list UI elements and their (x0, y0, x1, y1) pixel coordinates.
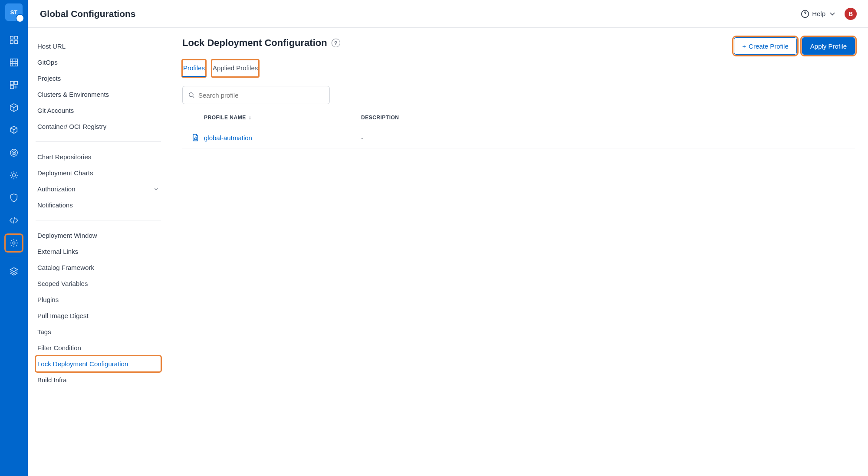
sidebar-item-container-oci-registry[interactable]: Container/ OCI Registry (36, 118, 161, 135)
help-menu[interactable]: Help (801, 10, 837, 18)
sidebar-item-notifications[interactable]: Notifications (36, 197, 161, 213)
sidebar-item-catalog-framework[interactable]: Catalog Framework (36, 259, 161, 276)
svg-rect-5 (10, 82, 13, 85)
sidebar-divider (36, 220, 161, 220)
nav-divider (8, 257, 20, 257)
sidebar-item-tags[interactable]: Tags (36, 324, 161, 340)
sidebar-item-deployment-window[interactable]: Deployment Window (36, 227, 161, 243)
sidebar-item-label: Clusters & Environments (37, 91, 109, 98)
profile-desc: - (361, 134, 855, 141)
sidebar-item-label: Notifications (37, 201, 73, 209)
sidebar-item-label: Container/ OCI Registry (37, 123, 106, 130)
svg-point-9 (12, 151, 16, 154)
nav-settings-icon[interactable] (5, 234, 23, 252)
config-sidebar: Host URLGitOpsProjectsClusters & Environ… (28, 28, 169, 476)
search-profile-input[interactable] (198, 92, 324, 99)
sidebar-item-pull-image-digest[interactable]: Pull Image Digest (36, 308, 161, 324)
sidebar-item-label: Filter Condition (37, 344, 81, 351)
apply-profile-label: Apply Profile (810, 43, 847, 50)
sidebar-item-label: External Links (37, 248, 78, 255)
column-name-label: PROFILE NAME (204, 115, 246, 121)
sidebar-item-label: Git Accounts (37, 107, 74, 114)
nav-dashboard-icon[interactable] (5, 31, 23, 49)
nav-package-icon[interactable] (5, 99, 23, 116)
nav-shield-icon[interactable] (5, 189, 23, 207)
sidebar-item-authorization[interactable]: Authorization (36, 181, 161, 197)
nav-apps-icon[interactable] (5, 76, 23, 94)
svg-rect-1 (15, 36, 17, 39)
svg-rect-3 (15, 41, 17, 43)
sidebar-item-git-accounts[interactable]: Git Accounts (36, 102, 161, 118)
column-desc-label: DESCRIPTION (361, 115, 399, 121)
tab-applied-profiles[interactable]: Applied Profiles (212, 60, 259, 77)
info-icon[interactable]: ? (332, 39, 340, 47)
sidebar-item-deployment-charts[interactable]: Deployment Charts (36, 165, 161, 181)
svg-rect-0 (10, 36, 13, 39)
svg-rect-7 (10, 85, 13, 89)
chevron-down-icon (828, 10, 837, 18)
profile-rows: global-autmation- (182, 127, 855, 148)
sidebar-item-label: Projects (37, 75, 61, 82)
help-label: Help (812, 10, 825, 17)
sidebar-item-label: Lock Deployment Configuration (37, 360, 128, 368)
help-icon (801, 10, 809, 18)
sidebar-item-chart-repositories[interactable]: Chart Repositories (36, 149, 161, 165)
sidebar-item-external-links[interactable]: External Links (36, 243, 161, 259)
column-description[interactable]: DESCRIPTION (361, 115, 855, 121)
svg-point-14 (189, 93, 193, 97)
sidebar-item-gitops[interactable]: GitOps (36, 54, 161, 70)
nav-layers-icon[interactable] (5, 263, 23, 280)
profile-name-link[interactable]: global-autmation (204, 134, 252, 141)
sidebar-item-build-infra[interactable]: Build Infra (36, 372, 161, 388)
nav-target-icon[interactable] (5, 144, 23, 161)
search-profile-input-wrap[interactable] (182, 86, 330, 104)
sidebar-item-plugins[interactable]: Plugins (36, 292, 161, 308)
nav-cube-icon[interactable] (5, 121, 23, 139)
nav-grid-icon[interactable] (5, 54, 23, 71)
content-area: Lock Deployment Configuration ? + Create… (169, 28, 868, 476)
sidebar-item-clusters-environments[interactable]: Clusters & Environments (36, 86, 161, 102)
svg-point-12 (13, 242, 15, 244)
create-profile-label: Create Profile (749, 43, 789, 50)
sidebar-item-label: Host URL (37, 43, 66, 50)
sidebar-item-filter-condition[interactable]: Filter Condition (36, 340, 161, 356)
svg-rect-15 (194, 138, 197, 140)
top-bar: Global Configurations Help B (28, 0, 868, 28)
tab-profiles[interactable]: Profiles (182, 60, 206, 77)
content-title: Lock Deployment Configuration ? (182, 37, 340, 49)
svg-point-11 (12, 174, 15, 177)
svg-rect-2 (10, 41, 13, 43)
sidebar-item-label: Authorization (37, 185, 76, 193)
sidebar-item-label: Build Infra (37, 376, 67, 384)
user-avatar[interactable]: B (845, 8, 857, 20)
sidebar-item-scoped-variables[interactable]: Scoped Variables (36, 276, 161, 292)
apply-profile-button[interactable]: Apply Profile (802, 37, 855, 55)
search-icon (188, 92, 195, 98)
sidebar-item-projects[interactable]: Projects (36, 70, 161, 86)
product-logo[interactable]: ST (5, 3, 23, 21)
tabs: ProfilesApplied Profiles (182, 60, 855, 77)
sidebar-divider (36, 141, 161, 142)
page-title: Global Configurations (40, 9, 136, 19)
sidebar-item-label: Pull Image Digest (37, 312, 89, 319)
nav-sun-icon[interactable] (5, 167, 23, 184)
table-header: PROFILE NAME ↓ DESCRIPTION (182, 108, 855, 127)
sidebar-item-label: Plugins (37, 296, 59, 303)
sidebar-item-label: Chart Repositories (37, 153, 91, 161)
chevron-down-icon (153, 186, 159, 192)
nav-code-icon[interactable] (5, 212, 23, 229)
sidebar-item-label: Deployment Window (37, 232, 97, 239)
svg-rect-6 (14, 82, 17, 85)
create-profile-button[interactable]: + Create Profile (734, 37, 796, 55)
table-row: global-autmation- (182, 127, 855, 148)
profile-lock-icon (187, 133, 204, 142)
sidebar-item-label: Tags (37, 328, 51, 335)
sidebar-item-label: Deployment Charts (37, 169, 93, 177)
column-profile-name[interactable]: PROFILE NAME ↓ (204, 115, 361, 121)
svg-point-8 (10, 149, 18, 157)
sidebar-item-lock-deployment-configuration[interactable]: Lock Deployment Configuration (36, 356, 161, 372)
plus-icon: + (742, 43, 746, 50)
svg-point-10 (13, 152, 15, 154)
svg-rect-4 (10, 59, 18, 66)
sidebar-item-host-url[interactable]: Host URL (36, 38, 161, 54)
